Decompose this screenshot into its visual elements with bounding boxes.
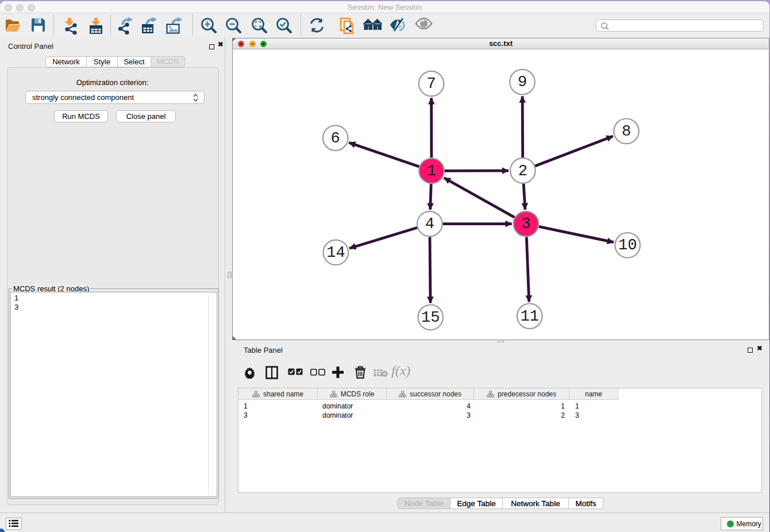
- svg-text:6: 6: [331, 130, 340, 147]
- svg-text:1: 1: [427, 163, 436, 180]
- svg-text:3: 3: [521, 215, 530, 233]
- svg-text:9: 9: [518, 74, 527, 91]
- svg-text:7: 7: [426, 75, 436, 92]
- svg-text:2: 2: [518, 163, 528, 180]
- svg-text:4: 4: [425, 215, 434, 233]
- svg-text:8: 8: [622, 123, 631, 140]
- svg-text:11: 11: [520, 308, 538, 325]
- svg-text:10: 10: [618, 237, 637, 254]
- svg-text:15: 15: [421, 309, 440, 326]
- svg-text:14: 14: [326, 244, 345, 261]
